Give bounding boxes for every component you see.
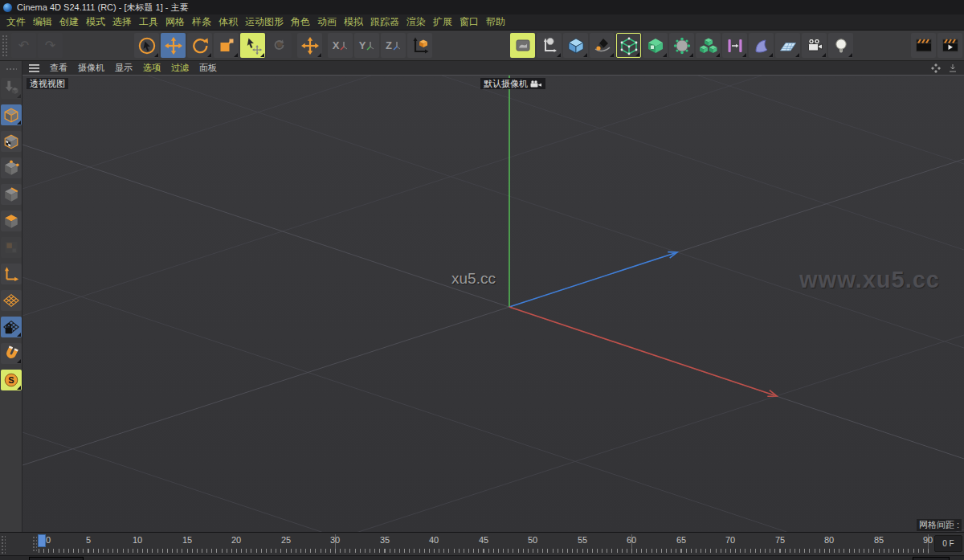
subdivision-surface-button[interactable] (616, 33, 641, 58)
create-group (510, 33, 853, 58)
primitive-cube-button[interactable] (563, 33, 588, 58)
texture-mode-button[interactable] (1, 131, 22, 152)
quick-snap-button[interactable]: S (1, 370, 22, 390)
current-frame-field[interactable]: 0 F (934, 535, 962, 552)
tweak-tool-button[interactable] (240, 33, 265, 58)
scale-icon (217, 36, 236, 55)
uv-mode-button[interactable] (1, 237, 22, 258)
coordinate-system-button[interactable] (407, 33, 432, 58)
clapperboard-button[interactable] (911, 33, 936, 58)
main-toolbar: ↶ ↷ (0, 31, 964, 61)
vp-menu-cameras[interactable]: 摄像机 (78, 62, 104, 74)
viewport-canvas[interactable]: 透视视图 默认摄像机 xu5.cc www.xu5.cc 网格间距 : (22, 75, 964, 532)
move-icon (164, 36, 183, 55)
menu-item-help[interactable]: 帮助 (486, 15, 505, 29)
free-move-button[interactable] (297, 33, 322, 58)
axis-lock-y-button[interactable]: Y (354, 33, 379, 58)
move-tool-button[interactable] (161, 33, 186, 58)
menu-item-render[interactable]: 渲染 (406, 15, 426, 29)
menu-item-window[interactable]: 窗口 (460, 15, 479, 29)
enable-axis-button[interactable] (1, 264, 22, 284)
spline-pen-button[interactable] (590, 33, 615, 58)
hamburger-icon[interactable] (29, 64, 39, 72)
timeline-tick-label: 85 (874, 535, 884, 545)
title-bar: Cinema 4D S24.111 (RC) - [未标题 1] - 主要 (0, 0, 964, 14)
edges-mode-button[interactable] (1, 184, 22, 205)
vp-menu-view[interactable]: 查看 (50, 62, 67, 74)
undo-button[interactable]: ↶ (11, 33, 36, 58)
enable-axis-modification-button[interactable] (267, 33, 292, 58)
menu-item-character[interactable]: 角色 (291, 15, 310, 29)
model-mode-button[interactable] (1, 104, 22, 125)
menu-item-create[interactable]: 创建 (59, 15, 79, 29)
timeline-tick-label: 15 (182, 535, 192, 545)
timeline-tick-label: 30 (330, 535, 340, 545)
camera-button[interactable] (802, 33, 827, 58)
menu-item-file[interactable]: 文件 (6, 15, 26, 29)
timeline-drag-handle[interactable] (32, 536, 37, 552)
axis-z-blue (509, 252, 677, 307)
vp-menu-display[interactable]: 显示 (115, 62, 133, 74)
spline-modifier-button[interactable] (722, 33, 747, 58)
timeline-playhead[interactable] (38, 534, 46, 547)
view-label[interactable]: 透视视图 (27, 78, 68, 89)
toggle-view-icon[interactable] (948, 63, 958, 73)
palette-drag-handle[interactable] (6, 67, 17, 72)
axis-lock-x-button[interactable]: X (328, 33, 353, 58)
timeline-tick-label: 40 (429, 535, 439, 545)
rotate-tool-button[interactable] (187, 33, 212, 58)
menu-item-volume[interactable]: 体积 (219, 15, 238, 29)
snap-button[interactable] (1, 343, 22, 364)
menu-item-animate[interactable]: 动画 (317, 15, 337, 29)
svg-text:S: S (8, 375, 14, 385)
menu-item-tracker[interactable]: 跟踪器 (370, 15, 399, 29)
spline-pen-icon (593, 36, 612, 55)
points-mode-button[interactable] (1, 157, 22, 178)
vp-menu-panel[interactable]: 面板 (199, 62, 217, 74)
menu-item-simulate[interactable]: 模拟 (344, 15, 363, 29)
camera-label[interactable]: 默认摄像机 (480, 78, 545, 89)
menu-item-tools[interactable]: 工具 (139, 15, 158, 29)
menu-item-mesh[interactable]: 网格 (165, 15, 185, 29)
axis-lock-z-button[interactable]: Z (381, 33, 406, 58)
array-clone-button[interactable] (696, 33, 721, 58)
redo-button[interactable]: ↷ (38, 33, 63, 58)
timeline-tick-label: 10 (133, 535, 142, 545)
axis-y-lock-icon (366, 41, 374, 51)
live-selection-button[interactable] (134, 33, 159, 58)
deformer-button[interactable] (669, 33, 694, 58)
generator-button[interactable] (643, 33, 668, 58)
bend-deformer-button[interactable] (749, 33, 774, 58)
timeline-tick-label: 65 (676, 535, 686, 545)
timeline-tick-label: 55 (578, 535, 587, 545)
scale-tool-button[interactable] (214, 33, 239, 58)
vp-menu-options[interactable]: 选项 (143, 62, 161, 74)
render-view-button[interactable] (510, 33, 535, 58)
clapperboard-play-button[interactable] (937, 33, 962, 58)
tool-group: X Y Z (134, 33, 432, 58)
live-selection-icon (137, 36, 157, 55)
axis-z-label: Z (386, 39, 392, 51)
floor-environment-button[interactable] (775, 33, 800, 58)
menu-item-edit[interactable]: 编辑 (33, 15, 52, 29)
menu-item-mode[interactable]: 模式 (86, 15, 105, 29)
menu-item-select[interactable]: 选择 (112, 15, 132, 29)
polygons-mode-button[interactable] (1, 211, 22, 231)
texture-mode-icon (2, 133, 20, 150)
lock-workplane-button[interactable] (1, 317, 22, 337)
timeline-ruler-ticks[interactable] (39, 549, 930, 553)
menu-item-mograph[interactable]: 运动图形 (245, 15, 284, 29)
timeline-edge-handle[interactable] (1, 535, 6, 554)
watermark-right: www.xu5.cc (799, 267, 940, 293)
make-editable-button[interactable] (1, 78, 22, 99)
menu-item-spline[interactable]: 样条 (192, 15, 211, 29)
menu-item-extensions[interactable]: 扩展 (433, 15, 452, 29)
app-logo-icon (3, 3, 12, 12)
light-button[interactable] (828, 33, 853, 58)
workplane-button[interactable] (1, 290, 22, 311)
pan-view-icon[interactable] (931, 63, 941, 73)
subdivision-surface-icon (619, 36, 639, 55)
render-settings-button[interactable] (537, 33, 562, 58)
vp-menu-filter[interactable]: 过滤 (171, 62, 189, 74)
toolbar-drag-handle[interactable] (2, 35, 9, 57)
